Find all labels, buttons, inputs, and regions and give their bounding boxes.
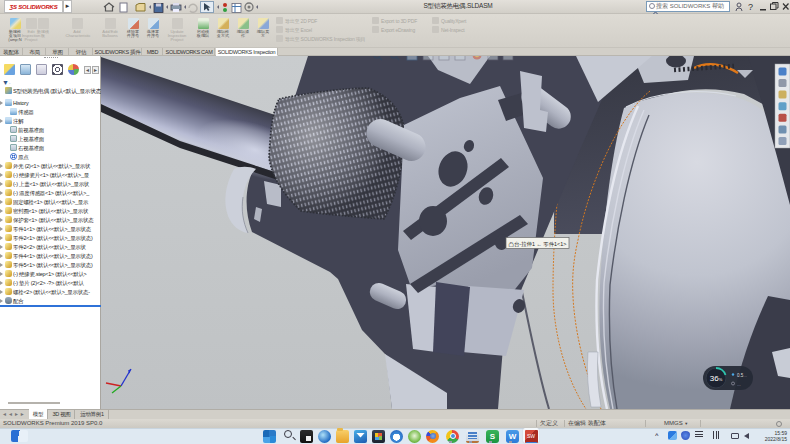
svg-text:?: ?	[748, 2, 753, 12]
svg-text:0.5...: 0.5...	[737, 373, 747, 378]
svg-text:凸台-拉伸1 ← 零件1<1>: 凸台-拉伸1 ← 零件1<1>	[509, 241, 567, 247]
svg-text:...: ...	[737, 382, 741, 387]
